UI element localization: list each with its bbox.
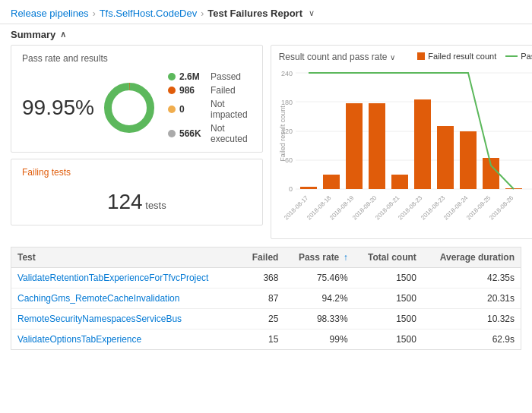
cell-failed: 368 — [241, 268, 284, 288]
cell-passrate: 98.33% — [284, 309, 353, 329]
col-totalcount: Total count — [354, 247, 423, 268]
chart-title-text: Result count and pass rate — [279, 52, 388, 62]
legend-not-impacted: 0 Not impacted — [168, 99, 252, 120]
bar-4 — [391, 175, 408, 189]
chart-legend-failed-rect — [417, 52, 425, 60]
not-executed-label: Not executed — [211, 123, 252, 144]
cell-failed: 87 — [241, 288, 284, 309]
pass-rate-card: Pass rate and results 99.95% — [11, 45, 263, 153]
chart-legend-failed-label: Failed result count — [428, 52, 496, 61]
cell-totalcount: 1500 — [354, 268, 423, 288]
sort-arrow-icon: ↑ — [344, 252, 348, 263]
failing-count: 124 — [107, 190, 143, 213]
col-failed: Failed — [241, 247, 284, 268]
summary-section: Summary ∧ Pass rate and results 99.95% — [0, 24, 532, 242]
cell-totalcount: 1500 — [354, 329, 423, 350]
breadcrumb-title: Test Failures Report — [207, 8, 302, 19]
cell-test[interactable]: RemoteSecurityNamespacesServiceBus — [11, 309, 241, 329]
breadcrumb-sep2: › — [201, 8, 204, 19]
breadcrumb: Release pipelines › Tfs.SelfHost.CodeDev… — [11, 8, 315, 19]
table-row: RemoteSecurityNamespacesServiceBus 25 98… — [11, 309, 521, 329]
cell-test[interactable]: ValidateOptionsTabExperience — [11, 329, 241, 350]
summary-chevron-icon[interactable]: ∧ — [60, 30, 66, 39]
chart-panel: Result count and pass rate ∨ Failed resu… — [271, 45, 532, 239]
chart-header: Result count and pass rate ∨ Failed resu… — [279, 52, 532, 62]
summary-panels: Pass rate and results 99.95% — [11, 45, 521, 239]
breadcrumb-selfhost[interactable]: Tfs.SelfHost.CodeDev — [100, 8, 198, 19]
bar-1 — [323, 175, 340, 189]
breadcrumb-sep1: › — [93, 8, 96, 19]
pass-rate-legend: 2.6M Passed 986 Failed 0 Not impacted — [168, 71, 252, 144]
failing-unit-text: tests — [145, 200, 166, 211]
bar-2 — [346, 103, 363, 189]
passed-label: Passed — [211, 71, 241, 82]
svg-text:0: 0 — [289, 185, 293, 193]
chart-legend-passrate-label: Pass rate — [521, 52, 532, 61]
header: Release pipelines › Tfs.SelfHost.CodeDev… — [0, 0, 532, 24]
cell-avgduration: 62.9s — [423, 329, 521, 350]
cell-failed: 25 — [241, 309, 284, 329]
passed-dot — [168, 73, 176, 80]
summary-header: Summary ∧ — [11, 29, 521, 40]
left-panel: Pass rate and results 99.95% — [11, 45, 263, 239]
cell-avgduration: 10.32s — [423, 309, 521, 329]
title-dropdown-icon[interactable]: ∨ — [309, 8, 315, 18]
chart-dropdown-icon[interactable]: ∨ — [390, 53, 395, 61]
pass-rate-content: 99.95% — [22, 71, 252, 144]
chart-title: Result count and pass rate ∨ — [279, 52, 396, 62]
svg-text:2018-08-26: 2018-08-26 — [488, 194, 515, 222]
cell-passrate: 99% — [284, 329, 353, 350]
failed-value: 986 — [179, 85, 207, 96]
cell-avgduration: 20.31s — [423, 288, 521, 309]
bar-3 — [369, 103, 385, 189]
results-table: Test Failed Pass rate ↑ Total count Aver… — [11, 247, 521, 349]
cell-test[interactable]: CachingGms_RemoteCacheInvalidation — [11, 288, 241, 309]
col-passrate: Pass rate ↑ — [284, 247, 353, 268]
not-impacted-value: 0 — [179, 104, 207, 115]
chart-area: 240 180 120 60 0 100 75 50 25 — [279, 65, 532, 232]
cell-passrate: 75.46% — [284, 268, 353, 288]
bar-6 — [437, 126, 454, 189]
table-row: CachingGms_RemoteCacheInvalidation 87 94… — [11, 288, 521, 309]
results-table-section: Test Failed Pass rate ↑ Total count Aver… — [11, 247, 521, 350]
summary-label: Summary — [11, 29, 55, 40]
failed-label: Failed — [211, 85, 236, 96]
table-row: ValidateRetentionTabExperienceForTfvcPro… — [11, 268, 521, 288]
not-executed-dot — [168, 130, 176, 137]
passed-value: 2.6M — [179, 71, 207, 82]
legend-passed: 2.6M Passed — [168, 71, 252, 82]
table-body: ValidateRetentionTabExperienceForTfvcPro… — [11, 268, 521, 350]
donut-svg — [103, 81, 156, 134]
chart-legend-failed: Failed result count — [417, 52, 496, 61]
table-row: ValidateOptionsTabExperience 15 99% 1500… — [11, 329, 521, 350]
bar-5 — [414, 99, 431, 189]
svg-point-3 — [112, 91, 146, 125]
cell-failed: 15 — [241, 329, 284, 350]
not-impacted-label: Not impacted — [211, 99, 252, 120]
failing-tests-card: Failing tests 124 tests — [11, 159, 263, 225]
chart-legend-passrate: Pass rate — [505, 52, 532, 61]
not-executed-value: 566K — [179, 128, 207, 139]
not-impacted-dot — [168, 106, 176, 113]
cell-test[interactable]: ValidateRetentionTabExperienceForTfvcPro… — [11, 268, 241, 288]
col-avgduration: Average duration — [423, 247, 521, 268]
bar-0 — [300, 187, 317, 189]
col-test: Test — [11, 247, 241, 268]
cell-totalcount: 1500 — [354, 288, 423, 309]
chart-svg: 240 180 120 60 0 100 75 50 25 — [279, 65, 532, 232]
failed-dot — [168, 87, 176, 94]
pass-rate-percent: 99.95% — [22, 96, 90, 120]
chart-legend: Failed result count Pass rate — [417, 52, 532, 61]
chart-legend-passrate-line — [505, 55, 518, 57]
svg-text:180: 180 — [281, 99, 293, 106]
svg-text:Failed result count: Failed result count — [279, 106, 287, 162]
legend-failed: 986 Failed — [168, 85, 252, 96]
bar-7 — [460, 131, 477, 189]
pass-rate-title: Pass rate and results — [22, 53, 252, 64]
table-header-row: Test Failed Pass rate ↑ Total count Aver… — [11, 247, 521, 268]
donut-chart — [103, 81, 156, 134]
breadcrumb-release-pipelines[interactable]: Release pipelines — [11, 8, 89, 19]
svg-text:240: 240 — [281, 70, 293, 77]
cell-totalcount: 1500 — [354, 309, 423, 329]
legend-not-executed: 566K Not executed — [168, 123, 252, 144]
